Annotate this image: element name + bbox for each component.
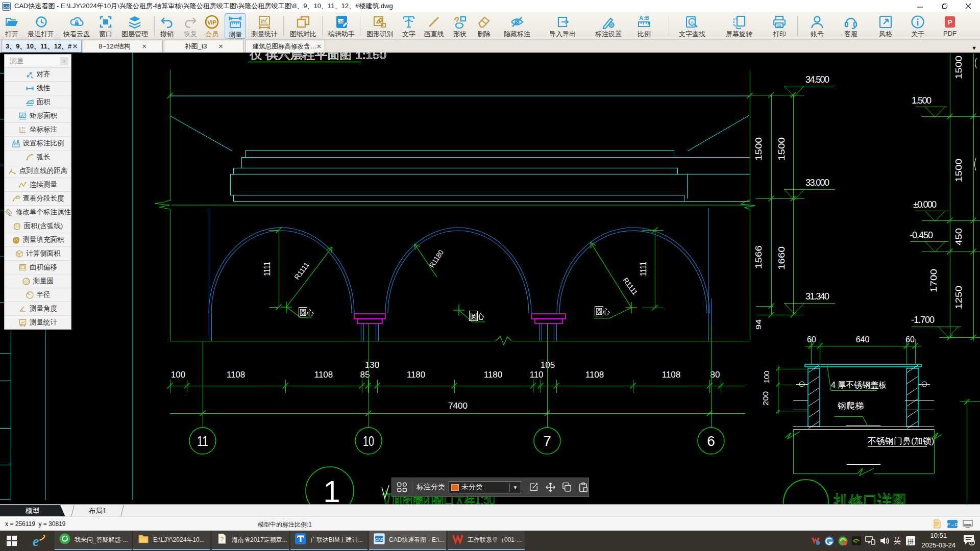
svg-text:拼: 拼: [906, 538, 914, 545]
svg-text:1111: 1111: [263, 262, 272, 276]
svg-text:6: 6: [707, 433, 715, 449]
svg-text:±0.000: ±0.000: [913, 199, 937, 210]
svg-text:CAD: CAD: [375, 537, 384, 542]
svg-text:1108: 1108: [314, 370, 333, 380]
svg-text:11: 11: [197, 433, 208, 449]
svg-text:1.500: 1.500: [912, 95, 932, 106]
svg-text:94: 94: [754, 319, 763, 330]
svg-text:33.000: 33.000: [805, 178, 829, 188]
svg-text:10: 10: [363, 433, 374, 449]
svg-text:1108: 1108: [227, 370, 246, 380]
svg-text:31.340: 31.340: [805, 291, 829, 302]
svg-text:VIP: VIP: [207, 19, 216, 26]
svg-text:Y=: Y=: [21, 130, 26, 133]
svg-text:扒修口详图: 扒修口详图: [834, 492, 906, 504]
svg-text:7: 7: [543, 433, 551, 449]
svg-text:1180: 1180: [407, 370, 426, 380]
svg-text:CAD: CAD: [337, 20, 344, 23]
svg-text:1111: 1111: [639, 262, 648, 276]
svg-text:R1180: R1180: [428, 248, 446, 269]
svg-text:1500: 1500: [954, 159, 963, 182]
svg-text:34.500: 34.500: [805, 74, 829, 85]
svg-text:450: 450: [954, 228, 963, 245]
svg-text:不锈钢门鼻(加锁): 不锈钢门鼻(加锁): [868, 436, 934, 446]
svg-text:80: 80: [710, 370, 720, 380]
svg-text:仅 供六层柱平面图 1:150: 仅 供六层柱平面图 1:150: [250, 53, 386, 61]
svg-text:110: 110: [529, 370, 543, 380]
svg-text:1500: 1500: [777, 137, 786, 161]
svg-text:1500: 1500: [754, 137, 763, 161]
svg-text:7400: 7400: [448, 401, 468, 411]
svg-text:P→D: P→D: [947, 522, 958, 527]
svg-text:640: 640: [856, 335, 870, 344]
svg-text:R1111: R1111: [292, 261, 311, 281]
svg-text:1660: 1660: [777, 246, 786, 270]
svg-text:60: 60: [905, 335, 915, 344]
svg-text:e: e: [33, 533, 39, 548]
svg-text:1250: 1250: [954, 286, 963, 309]
svg-text:1: 1: [970, 540, 973, 545]
svg-text:钢爬梯: 钢爬梯: [837, 401, 864, 411]
svg-text:4 厚不锈钢盖板: 4 厚不锈钢盖板: [831, 381, 887, 389]
svg-text:1500: 1500: [954, 56, 963, 79]
svg-text:1700: 1700: [929, 269, 938, 292]
svg-text:-1.700: -1.700: [911, 315, 935, 325]
svg-text:-0.450: -0.450: [910, 230, 933, 240]
svg-text:60: 60: [807, 335, 816, 344]
svg-text:1: 1: [323, 474, 340, 504]
svg-text:200: 200: [762, 391, 770, 406]
svg-text:!: !: [844, 541, 845, 545]
svg-text:1566: 1566: [754, 245, 763, 269]
svg-text:R1111: R1111: [621, 276, 639, 296]
svg-text:130: 130: [365, 360, 379, 370]
svg-text:A:B: A:B: [639, 15, 649, 21]
svg-text:1108: 1108: [585, 370, 604, 380]
svg-text:A:B: A:B: [13, 140, 19, 143]
svg-text:1108: 1108: [662, 370, 681, 380]
svg-text:85: 85: [360, 370, 370, 380]
svg-text:100: 100: [171, 370, 185, 380]
svg-text:A: A: [691, 20, 694, 25]
svg-text:100: 100: [763, 371, 771, 383]
svg-text:P: P: [948, 18, 952, 26]
svg-text:1180: 1180: [484, 370, 503, 380]
svg-text:?: ?: [220, 535, 224, 543]
svg-text:CAD: CAD: [4, 5, 10, 8]
